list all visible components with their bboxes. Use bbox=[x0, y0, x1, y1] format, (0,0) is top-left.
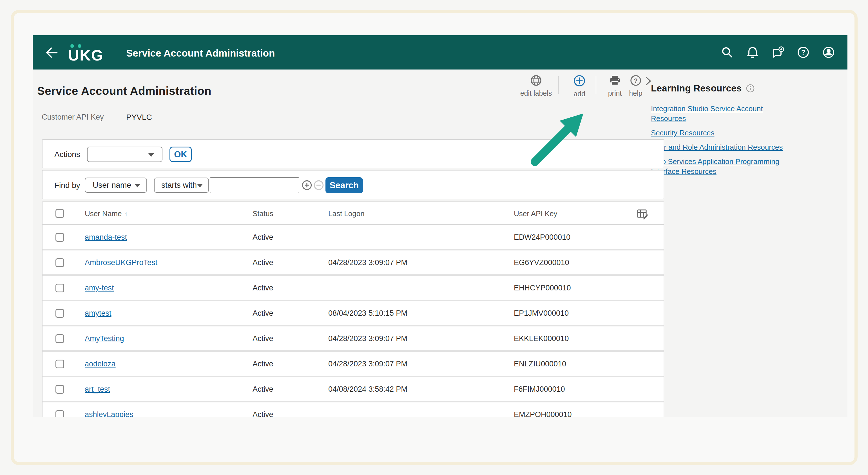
find-by-field-value: User name bbox=[93, 181, 131, 190]
add-button[interactable]: add bbox=[562, 74, 596, 98]
add-label: add bbox=[562, 90, 596, 98]
last-logon-cell: 04/28/2023 3:09:07 PM bbox=[328, 258, 407, 267]
search-icon[interactable] bbox=[721, 46, 734, 59]
help-icon[interactable]: ? bbox=[797, 46, 810, 59]
svg-text:?: ? bbox=[634, 77, 638, 84]
customer-api-key-value: PYVLC bbox=[126, 113, 152, 122]
user-api-key-cell: EG6YVZ000010 bbox=[514, 258, 569, 267]
user-api-key-cell: ENLZIU000010 bbox=[514, 360, 566, 368]
find-by-operator-select[interactable]: starts with bbox=[154, 178, 209, 193]
column-header-last-logon[interactable]: Last Logon bbox=[328, 209, 365, 218]
user-api-key-cell: EKKLEK000010 bbox=[514, 334, 569, 343]
table-row: AmyTesting Active 04/28/2023 3:09:07 PM … bbox=[42, 326, 663, 352]
user-name-link[interactable]: AmyTesting bbox=[85, 334, 124, 343]
info-icon[interactable] bbox=[746, 84, 755, 93]
edit-labels-button[interactable]: edit labels bbox=[519, 74, 553, 97]
top-navigation-bar: UKG Service Account Administration ? bbox=[33, 35, 847, 69]
customer-api-key-row: Customer API Key PYVLC bbox=[42, 113, 267, 124]
last-logon-cell: 04/28/2023 3:09:07 PM bbox=[328, 360, 407, 368]
learning-link[interactable]: User and Role Administration Resources bbox=[651, 142, 797, 152]
search-button[interactable]: Search bbox=[326, 177, 363, 193]
learning-link[interactable]: Web Services Application Programming Int… bbox=[651, 157, 797, 177]
table-body: amanda-test Active EDW24P000010 AmbroseU… bbox=[42, 225, 663, 417]
status-cell: Active bbox=[252, 385, 273, 394]
status-cell: Active bbox=[252, 258, 273, 267]
find-by-operator-value: starts with bbox=[161, 181, 197, 190]
actions-label: Actions bbox=[54, 150, 80, 159]
column-header-status[interactable]: Status bbox=[252, 209, 273, 218]
table-row: amytest Active 08/04/2023 5:10:15 PM EP1… bbox=[42, 301, 663, 326]
column-header-user-name[interactable]: User Name↑ bbox=[85, 209, 128, 218]
logo-text: UKG bbox=[68, 46, 103, 64]
table-row: amy-test Active EHHCYP000010 bbox=[42, 276, 663, 301]
learning-resources-panel: Learning Resources Integration Studio Se… bbox=[651, 83, 797, 177]
toolbar-help-icon: ? bbox=[630, 74, 642, 86]
status-cell: Active bbox=[252, 233, 273, 242]
row-checkbox[interactable] bbox=[56, 385, 64, 394]
customer-api-key-label: Customer API Key bbox=[42, 113, 104, 122]
actions-panel: Actions OK bbox=[42, 139, 664, 168]
toolbar-separator bbox=[558, 76, 559, 94]
status-cell: Active bbox=[252, 410, 273, 417]
last-logon-cell: 04/28/2023 3:09:07 PM bbox=[328, 334, 407, 343]
user-api-key-cell: EMZPOH000010 bbox=[514, 410, 572, 417]
notifications-bell-icon[interactable] bbox=[746, 46, 759, 59]
user-name-link[interactable]: amanda-test bbox=[85, 233, 127, 242]
account-icon[interactable] bbox=[822, 46, 835, 59]
add-plus-icon bbox=[573, 74, 586, 87]
select-all-checkbox[interactable] bbox=[56, 209, 64, 218]
ok-button[interactable]: OK bbox=[169, 147, 192, 162]
row-checkbox[interactable] bbox=[56, 284, 64, 292]
feedback-chat-icon[interactable] bbox=[771, 46, 784, 59]
user-name-link[interactable]: aodeloza bbox=[85, 360, 116, 368]
row-checkbox[interactable] bbox=[56, 410, 64, 417]
add-criteria-icon[interactable] bbox=[302, 180, 312, 191]
page-toolbar: edit labels add print ? bbox=[511, 74, 669, 108]
svg-text:?: ? bbox=[801, 49, 806, 56]
row-checkbox[interactable] bbox=[56, 360, 64, 368]
user-api-key-cell: F6FIMJ000010 bbox=[514, 385, 565, 394]
row-checkbox[interactable] bbox=[56, 334, 64, 343]
user-api-key-cell: EHHCYP000010 bbox=[514, 284, 571, 292]
remove-criteria-icon[interactable] bbox=[313, 180, 324, 191]
find-by-search-input[interactable] bbox=[210, 177, 299, 193]
help-label: help bbox=[619, 89, 653, 97]
table-header-row: User Name↑ Status Last Logon User API Ke… bbox=[42, 202, 663, 225]
topbar-icon-group: ? bbox=[721, 46, 835, 59]
app-title: Service Account Administration bbox=[126, 48, 275, 59]
globe-icon bbox=[530, 74, 542, 86]
user-api-key-cell: EDW24P000010 bbox=[514, 233, 570, 242]
table-row: AmbroseUKGProTest Active 04/28/2023 3:09… bbox=[42, 250, 663, 276]
user-name-link[interactable]: ashleyLappies bbox=[85, 410, 133, 417]
learning-resources-title: Learning Resources bbox=[651, 83, 742, 94]
back-arrow-icon[interactable] bbox=[44, 46, 59, 59]
table-row: aodeloza Active 04/28/2023 3:09:07 PM EN… bbox=[42, 352, 663, 377]
service-accounts-table: User Name↑ Status Last Logon User API Ke… bbox=[42, 201, 664, 417]
user-name-link[interactable]: amy-test bbox=[85, 284, 114, 292]
row-checkbox[interactable] bbox=[56, 233, 64, 242]
page-title: Service Account Administration bbox=[37, 85, 211, 97]
status-cell: Active bbox=[252, 360, 273, 368]
ukg-logo: UKG bbox=[68, 42, 113, 64]
find-by-panel: Find by User name starts with Search bbox=[42, 170, 664, 199]
table-row: ashleyLappies Active EMZPOH000010 bbox=[42, 402, 663, 417]
last-logon-cell: 08/04/2023 5:10:15 PM bbox=[328, 309, 407, 318]
toolbar-separator bbox=[596, 76, 596, 94]
row-checkbox[interactable] bbox=[56, 309, 64, 318]
dropdown-caret-icon bbox=[134, 184, 140, 187]
user-name-link[interactable]: AmbroseUKGProTest bbox=[85, 258, 157, 267]
actions-select[interactable] bbox=[87, 147, 162, 162]
column-settings-icon[interactable] bbox=[636, 208, 649, 221]
learning-link[interactable]: Integration Studio Service Account Resou… bbox=[651, 104, 797, 124]
column-header-user-api-key[interactable]: User API Key bbox=[514, 209, 557, 218]
learning-link[interactable]: Security Resources bbox=[651, 128, 797, 138]
find-by-field-select[interactable]: User name bbox=[85, 178, 147, 193]
find-by-label: Find by bbox=[54, 181, 80, 190]
table-row: art_test Active 04/08/2024 3:58:42 PM F6… bbox=[42, 377, 663, 402]
last-logon-cell: 04/08/2024 3:58:42 PM bbox=[328, 385, 407, 394]
dropdown-caret-icon bbox=[148, 153, 154, 157]
row-checkbox[interactable] bbox=[56, 258, 64, 267]
user-name-link[interactable]: amytest bbox=[85, 309, 112, 318]
sort-ascending-icon: ↑ bbox=[124, 210, 128, 218]
user-name-link[interactable]: art_test bbox=[85, 385, 110, 394]
